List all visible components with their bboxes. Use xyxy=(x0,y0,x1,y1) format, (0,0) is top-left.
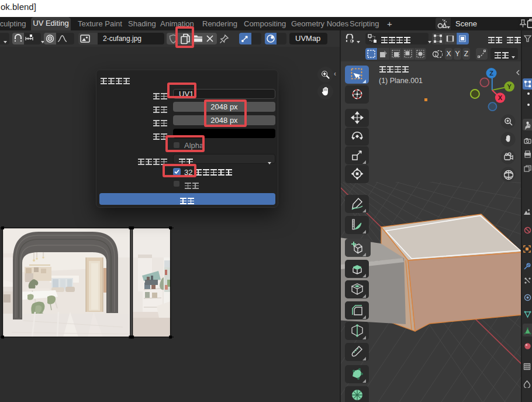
svg-text:Z: Z xyxy=(489,70,493,77)
svg-text:Y: Y xyxy=(507,83,512,90)
svg-text:X: X xyxy=(498,94,503,101)
